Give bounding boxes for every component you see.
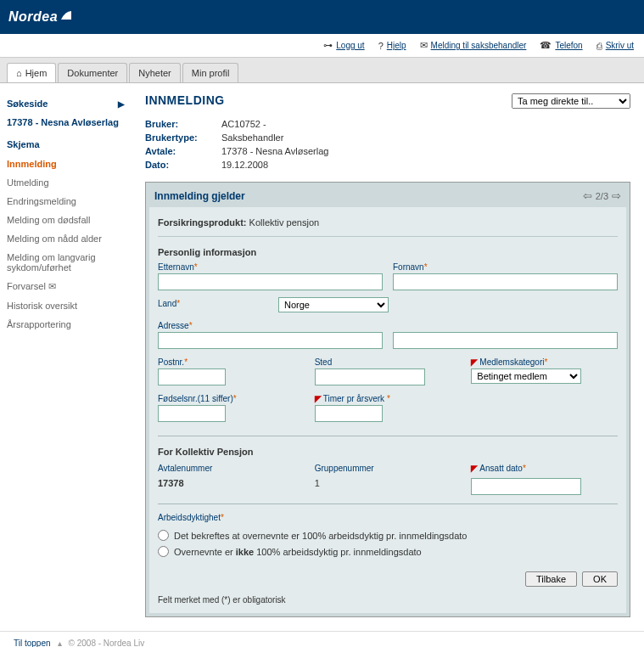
sted-label: Sted (315, 356, 462, 369)
pager-text: 2/3 (596, 191, 608, 201)
page-title: INNMELDING (145, 93, 225, 107)
gruppe-value: 1 (315, 478, 320, 488)
adresse-input-2[interactable] (393, 332, 618, 349)
fodselsnr-label: Fødselsnr.(11 siffer)* (158, 392, 305, 405)
sidebar-agreement[interactable]: 17378 - Nesna Avløserlag (7, 114, 125, 134)
land-select[interactable]: Norge (278, 297, 389, 312)
personal-title: Personlig informasjon (158, 244, 618, 261)
sidebar-item-endringsmelding[interactable]: Endringsmelding (7, 192, 125, 211)
print-link[interactable]: ⎙ Skriv ut (596, 41, 634, 51)
bruker-label: Bruker: (145, 119, 221, 129)
mail-icon: ✉ (48, 281, 56, 291)
home-icon: ⌂ (16, 68, 22, 78)
pager-next-icon[interactable]: ⇨ (612, 189, 621, 202)
sidebar-item-utmelding[interactable]: Utmelding (7, 173, 125, 192)
adresse-input-1[interactable] (158, 332, 383, 349)
arbeid-radio-yes-label: Det bekreftes at overnevnte er 100% arbe… (174, 531, 467, 541)
timer-label: ◤Timer pr årsverk * (315, 392, 462, 405)
fornavn-label: Fornavn* (393, 261, 618, 273)
top-utility-bar: ⊶ Logg ut ? Hjelp ✉ Melding til saksbeha… (0, 34, 644, 58)
produkt-label: Forsikringsprodukt: (158, 217, 247, 228)
logo-sail-icon (59, 9, 73, 25)
print-icon: ⎙ (596, 41, 602, 51)
arbeid-radio-yes[interactable] (158, 530, 169, 541)
phone-link[interactable]: ☎ Telefon (540, 40, 582, 51)
back-button[interactable]: Tilbake (525, 571, 577, 587)
fornavn-input[interactable] (393, 273, 618, 290)
arbeid-label: Arbeidsdyktighet* (158, 511, 618, 524)
timer-input[interactable] (315, 405, 383, 422)
medlemskat-label: ◤Medlemskategori* (471, 356, 618, 369)
footer: Til toppen ▴ © 2008 - Nordea Liv (0, 631, 644, 647)
sted-input[interactable] (315, 369, 425, 385)
ansatt-dato-input[interactable] (471, 478, 581, 495)
ansatt-label: ◤Ansatt dato* (471, 462, 618, 475)
help-icon: ? (378, 41, 384, 51)
sidebar-item-dodsfall[interactable]: Melding om dødsfall (7, 211, 125, 229)
avtale-value: 17378 - Nesna Avløserlag (221, 146, 328, 156)
dato-label: Dato: (145, 160, 221, 170)
postnr-input[interactable] (158, 369, 226, 385)
sidebar-item-historisk[interactable]: Historisk oversikt (7, 296, 125, 315)
sidebar-item-forvarsel[interactable]: Forvarsel✉ (7, 277, 125, 296)
mandatory-note: Felt merket med (*) er obligatorisk (158, 594, 618, 605)
help-link[interactable]: ? Hjelp (378, 41, 406, 51)
sidebar-item-nadd-alder[interactable]: Melding om nådd alder (7, 229, 125, 248)
to-top-link[interactable]: Til toppen (14, 639, 51, 647)
arbeid-radio-no-label: Overnevnte er ikke 100% arbeidsdyktig pr… (174, 547, 422, 557)
produkt-value: Kollektiv pensjon (249, 217, 320, 228)
message-link[interactable]: ✉ Melding til saksbehandler (420, 40, 527, 51)
sidebar: Søkeside▶ 17378 - Nesna Avløserlag Skjem… (0, 83, 132, 627)
avtalenr-label: Avtalenummer (158, 462, 305, 475)
tab-documents[interactable]: Dokumenter (58, 63, 127, 82)
brukertype-label: Brukertype: (145, 132, 221, 143)
sidebar-item-arsrapport[interactable]: Årsrapportering (7, 315, 125, 334)
ok-button[interactable]: OK (582, 571, 618, 587)
chevron-up-icon: ▴ (58, 639, 62, 647)
tab-profile[interactable]: Min profil (182, 63, 239, 82)
tab-news[interactable]: Nyheter (129, 63, 181, 82)
adresse-label: Adresse* (158, 319, 618, 332)
etternavn-input[interactable] (158, 273, 383, 290)
main-content: INNMELDING Ta meg direkte til.. Bruker:A… (132, 83, 644, 627)
brand-logo: Nordea (8, 9, 73, 25)
brukertype-value: Saksbehandler (221, 132, 283, 143)
header: Nordea (0, 0, 644, 34)
mail-icon: ✉ (420, 40, 428, 51)
phone-icon: ☎ (540, 40, 552, 51)
land-label: Land* (158, 297, 268, 310)
jump-to-select[interactable]: Ta meg direkte til.. (512, 93, 630, 109)
form-panel: Innmelding gjelder ⇦ 2/3 ⇨ Forsikringspr… (145, 182, 630, 617)
postnr-label: Postnr.* (158, 356, 305, 369)
gruppe-label: Gruppenummer (315, 462, 462, 475)
key-icon: ⊶ (323, 40, 333, 51)
kp-title: For Kollektiv Pensjon (158, 443, 618, 460)
etternavn-label: Etternavn* (158, 261, 383, 273)
dato-value: 19.12.2008 (221, 160, 268, 170)
arbeid-radio-no[interactable] (158, 546, 169, 557)
medlemskat-select[interactable]: Betinget medlem (471, 369, 581, 384)
copyright: © 2008 - Nordea Liv (69, 639, 145, 647)
pager: ⇦ 2/3 ⇨ (583, 189, 621, 202)
form-heading: Innmelding gjelder (154, 190, 245, 202)
avtale-label: Avtale: (145, 146, 221, 156)
sidebar-item-innmelding[interactable]: Innmelding (7, 155, 125, 173)
pager-prev-icon[interactable]: ⇦ (583, 189, 592, 202)
bruker-value: AC10752 - (221, 119, 266, 129)
chevron-right-icon: ▶ (118, 99, 125, 109)
tab-bar: ⌂ Hjem Dokumenter Nyheter Min profil (0, 58, 644, 83)
sidebar-schema[interactable]: Skjema (7, 134, 125, 155)
sidebar-item-sykdom[interactable]: Melding om langvarig sykdom/uførhet (7, 248, 125, 277)
sidebar-search[interactable]: Søkeside▶ (7, 93, 125, 114)
avtalenr-value: 17378 (158, 478, 184, 488)
logout-link[interactable]: ⊶ Logg ut (323, 40, 364, 51)
tab-home[interactable]: ⌂ Hjem (7, 63, 56, 82)
fodselsnr-input[interactable] (158, 405, 226, 422)
